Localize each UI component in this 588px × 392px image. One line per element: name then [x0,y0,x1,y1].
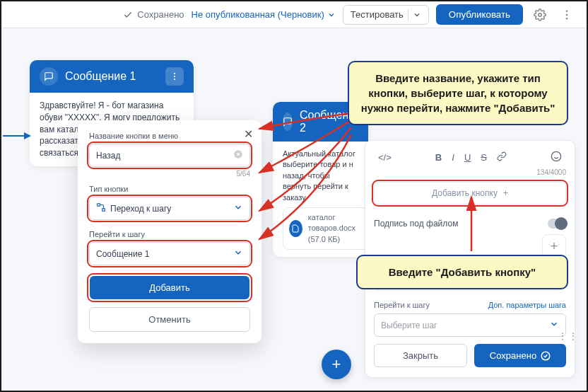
saved-status: Сохранено [123,9,184,20]
bold-button[interactable]: B [435,152,442,163]
close-panel-button[interactable]: Закрыть [374,344,467,367]
name-input[interactable]: Назад [89,144,250,167]
card-body: Актуальный каталог выберите товар и н на… [273,142,368,257]
canvas[interactable]: Сообщение 1 Здравствуйте! Я - бот магази… [1,28,587,391]
chevron-down-icon [549,319,559,331]
cancel-button[interactable]: Отменить [89,307,250,332]
emoji-button[interactable] [551,151,562,164]
name-label: Название кнопки в меню [89,132,250,140]
underline-button[interactable]: U [464,152,471,163]
text-toolbar: </> B I U S [374,148,566,167]
char-counter: 5/64 [89,170,250,178]
flow-arrow-in-icon [3,129,31,143]
caption-label: Подпись под файлом [374,219,566,229]
topbar: Сохранено Не опубликованная (Черновик) Т… [1,1,587,28]
svg-point-3 [566,17,568,19]
extra-params-link[interactable]: Доп. параметры шага [488,301,566,309]
check-icon [123,10,133,20]
svg-point-2 [566,13,568,16]
draft-status[interactable]: Не опубликованная (Черновик) [192,9,336,20]
goto-select[interactable]: Сообщение 1 [89,242,250,265]
chevron-down-icon [233,248,243,260]
code-icon[interactable]: </> [378,152,392,163]
gear-icon [534,8,546,21]
card-menu-button[interactable] [165,67,184,86]
message-icon [40,67,58,86]
more-button[interactable] [557,5,577,25]
chevron-down-icon [413,11,421,19]
text-counter: 134/4000 [374,168,566,176]
svg-marker-5 [24,132,31,139]
svg-point-12 [551,151,560,161]
clear-icon[interactable] [233,149,243,161]
drag-handle-icon[interactable]: ⋮⋮ [558,330,579,342]
svg-point-1 [566,10,568,12]
more-vertical-icon [560,8,573,21]
svg-point-6 [174,73,175,74]
file-icon [289,220,302,237]
message-icon [283,113,293,131]
strike-button[interactable]: S [481,152,487,163]
add-button-block[interactable]: Добавить кнопку+ [374,182,566,204]
type-select[interactable]: Переход к шагу [89,197,250,220]
settings-button[interactable] [530,5,550,25]
test-button[interactable]: Тестировать [343,5,429,25]
flow-icon [96,202,106,214]
tooltip-callout-1: Введите название, укажите тип кнопки, вы… [348,61,568,125]
svg-point-8 [174,79,175,80]
italic-button[interactable]: I [452,152,454,163]
svg-point-0 [539,13,542,16]
card-header: Сообщение 1 [30,60,194,93]
fab-add-button[interactable]: + [322,350,351,379]
goto-label: Перейти к шагу [89,230,250,238]
caption-toggle[interactable] [548,219,566,229]
close-button[interactable]: ✕ [244,127,253,141]
check-circle-icon [541,351,551,361]
attachment[interactable]: каталог товаров.docx (57.0 КБ) [283,207,368,250]
saved-button[interactable]: Сохранено [474,344,566,367]
more-vertical-icon [170,71,180,81]
goto-label: Перейти к шагу [374,301,430,309]
step-select[interactable]: Выберите шаг [374,313,566,337]
svg-point-7 [174,76,175,77]
publish-button[interactable]: Опубликовать [436,4,523,25]
tooltip-callout-2: Введите "Добавить кнопку" [356,255,568,289]
type-label: Тип кнопки [89,185,250,193]
chevron-down-icon [327,11,336,19]
link-button[interactable] [497,151,507,163]
svg-rect-11 [102,209,105,212]
add-button-modal: ✕ Название кнопки в меню Назад 5/64 Тип … [78,120,261,343]
svg-rect-10 [98,204,100,207]
card-title: Сообщение 1 [65,70,136,83]
add-button[interactable]: Добавить [90,276,249,299]
chevron-down-icon [233,202,243,214]
